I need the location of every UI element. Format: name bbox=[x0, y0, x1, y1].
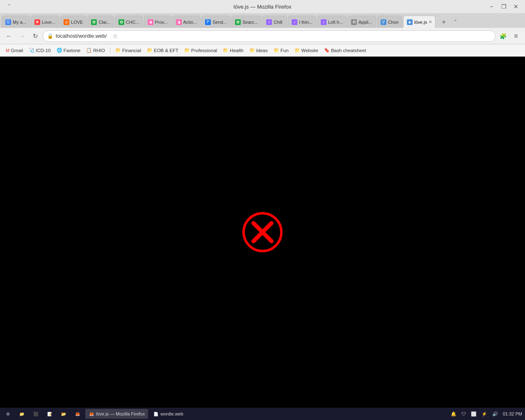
bm-financial[interactable]: 📁Financial bbox=[113, 47, 144, 54]
power-icon[interactable]: ⚡ bbox=[480, 411, 488, 417]
tab-ithink[interactable]: ♪I thin... bbox=[288, 16, 316, 28]
tab-love2[interactable]: ◎LOVE bbox=[60, 16, 87, 28]
tab-action-label: Actio... bbox=[183, 20, 197, 25]
bm-ideas-label: Ideas bbox=[256, 48, 268, 53]
bm-eob[interactable]: 📁EOB & EFT bbox=[144, 47, 181, 54]
error-icon-container bbox=[242, 212, 283, 253]
bm-bash[interactable]: 🔖Bash cheatsheet bbox=[322, 47, 369, 54]
tab-appli-favicon: ⚙ bbox=[351, 19, 357, 25]
bm-website[interactable]: 📁Website bbox=[292, 47, 321, 54]
lock-icon: 🔒 bbox=[47, 33, 53, 39]
tb-files-icon: 📁 bbox=[19, 411, 25, 417]
tb-files[interactable]: 📁 bbox=[16, 409, 28, 419]
minimize-button[interactable]: − bbox=[486, 2, 497, 11]
bm-gmail-icon: M bbox=[6, 48, 9, 53]
bm-eob-icon: 📁 bbox=[147, 48, 153, 53]
tb-wordie[interactable]: 📄wordie.web bbox=[150, 409, 187, 419]
shield-icon[interactable]: 🛡 bbox=[460, 411, 467, 416]
bm-rhio[interactable]: 📋RHIO bbox=[84, 47, 107, 54]
tb-filemgr[interactable]: 📂 bbox=[57, 409, 70, 419]
back-button[interactable]: ← bbox=[3, 30, 15, 42]
tab-action-favicon: ◑ bbox=[176, 19, 182, 25]
tab-chon[interactable]: VChon bbox=[377, 16, 402, 28]
url-text: localhost/wordie.web/ bbox=[56, 33, 107, 39]
tab-chc[interactable]: ✿CHC... bbox=[115, 16, 143, 28]
tab-chill-label: Chill bbox=[274, 20, 282, 25]
tb-firefox-icon[interactable]: 🦊 bbox=[71, 409, 84, 419]
list-tabs-button[interactable]: ˅ bbox=[450, 16, 461, 28]
tab-send[interactable]: PSend... bbox=[201, 16, 231, 28]
bm-bash-icon: 🔖 bbox=[324, 48, 330, 53]
bookmark-star-icon[interactable]: ☆ bbox=[112, 32, 118, 40]
close-button[interactable]: ✕ bbox=[510, 2, 522, 11]
tab-chill-favicon: ♪ bbox=[266, 19, 272, 25]
tb-settings-icon: ⚙ bbox=[5, 411, 11, 417]
restore-button[interactable]: ❐ bbox=[498, 2, 509, 11]
tab-ithink-label: I thin... bbox=[299, 20, 313, 25]
bm-gmail-label: Gmail bbox=[11, 48, 23, 53]
page-content bbox=[0, 57, 525, 408]
tab-lovejs-close[interactable]: ✕ bbox=[429, 20, 432, 24]
tab-love-label: Love... bbox=[42, 20, 55, 25]
tb-filemgr-icon: 📂 bbox=[61, 411, 66, 417]
tab-claim[interactable]: ✿Clai... bbox=[87, 16, 114, 28]
tb-terminal[interactable]: ⬛ bbox=[30, 409, 42, 419]
bm-faxtone-icon: 🌐 bbox=[57, 48, 62, 53]
tab-myaccount-label: My a... bbox=[13, 20, 26, 25]
tab-send-label: Send... bbox=[212, 20, 227, 25]
tab-bar: GMy a...♥Love...◎LOVE✿Clai...✿CHC...◑Pro… bbox=[0, 13, 525, 28]
tab-search-label: Searc... bbox=[242, 20, 258, 25]
bm-fun-label: Fun bbox=[281, 48, 289, 53]
tab-chill[interactable]: ♪Chill bbox=[262, 16, 287, 28]
tab-love2-favicon: ◎ bbox=[64, 19, 69, 25]
bm-professional[interactable]: 📁Professional bbox=[182, 47, 219, 54]
tab-lofi-label: Lofi h... bbox=[328, 20, 343, 25]
error-circle-icon bbox=[242, 212, 283, 253]
reload-button[interactable]: ↻ bbox=[30, 30, 41, 42]
titlebar-scroll[interactable]: ˅ bbox=[3, 2, 15, 11]
tab-lovejs[interactable]: ◈löve.js✕ bbox=[403, 16, 436, 28]
tab-myaccount-favicon: G bbox=[5, 19, 11, 25]
tb-settings[interactable]: ⚙ bbox=[2, 409, 14, 419]
extensions-button[interactable]: 🧩 bbox=[497, 30, 509, 42]
tab-appli[interactable]: ⚙Appli... bbox=[347, 16, 376, 28]
window-icon[interactable]: ⬜ bbox=[470, 411, 478, 417]
bm-rhio-label: RHIO bbox=[93, 48, 105, 53]
tb-editor[interactable]: 📝 bbox=[43, 409, 56, 419]
bm-health-icon: 📁 bbox=[223, 48, 228, 53]
tab-love[interactable]: ♥Love... bbox=[31, 16, 59, 28]
tb-firefox-icon-icon: 🦊 bbox=[75, 411, 80, 417]
url-bar[interactable]: 🔒 localhost/wordie.web/ ☆ bbox=[43, 30, 495, 42]
titlebar-title: löve.js — Mozilla Firefox bbox=[234, 4, 292, 10]
bm-faxtone[interactable]: 🌐Faxtone bbox=[54, 47, 83, 54]
tab-appli-label: Appli... bbox=[358, 20, 372, 25]
bm-ideas[interactable]: 📁Ideas bbox=[247, 47, 270, 54]
bm-gmail[interactable]: MGmail bbox=[3, 47, 25, 54]
notification-icon[interactable]: 🔔 bbox=[450, 411, 458, 417]
tab-search[interactable]: ✿Searc... bbox=[231, 16, 262, 28]
tab-myaccount[interactable]: GMy a... bbox=[2, 16, 30, 28]
forward-button[interactable]: → bbox=[16, 30, 28, 42]
tab-ithink-favicon: ♪ bbox=[292, 19, 297, 25]
tab-prov[interactable]: ◑Prov... bbox=[144, 16, 171, 28]
bm-health[interactable]: 📁Health bbox=[220, 47, 246, 54]
new-tab-button[interactable]: + bbox=[438, 16, 450, 28]
tab-action[interactable]: ◑Actio... bbox=[172, 16, 201, 28]
menu-button[interactable]: ≡ bbox=[510, 30, 522, 42]
tab-lofi[interactable]: ♪Lofi h... bbox=[317, 16, 347, 28]
bm-website-label: Website bbox=[301, 48, 318, 53]
navigation-bar: ← → ↻ 🔒 localhost/wordie.web/ ☆ 🧩 ≡ bbox=[0, 28, 525, 44]
titlebar-window-controls: − ❐ ✕ bbox=[486, 2, 522, 11]
tab-chc-label: CHC... bbox=[126, 20, 139, 25]
volume-icon[interactable]: 🔊 bbox=[491, 411, 499, 417]
bm-icd10[interactable]: 🩺ICD-10 bbox=[26, 47, 53, 54]
bookmarks-bar: MGmail🩺ICD-10🌐Faxtone📋RHIO📁Financial📁EOB… bbox=[0, 44, 525, 57]
scroll-tabs-button[interactable]: ˅ bbox=[3, 2, 15, 11]
bm-rhio-icon: 📋 bbox=[86, 48, 92, 53]
bm-eob-label: EOB & EFT bbox=[154, 48, 178, 53]
tb-editor-icon: 📝 bbox=[47, 411, 52, 417]
tb-firefox[interactable]: 🦊löve.js — Mozilla Firefox bbox=[85, 409, 148, 419]
bm-icd10-icon: 🩺 bbox=[29, 48, 34, 53]
tb-wordie-icon: 📄 bbox=[153, 411, 159, 417]
bm-fun[interactable]: 📁Fun bbox=[271, 47, 291, 54]
